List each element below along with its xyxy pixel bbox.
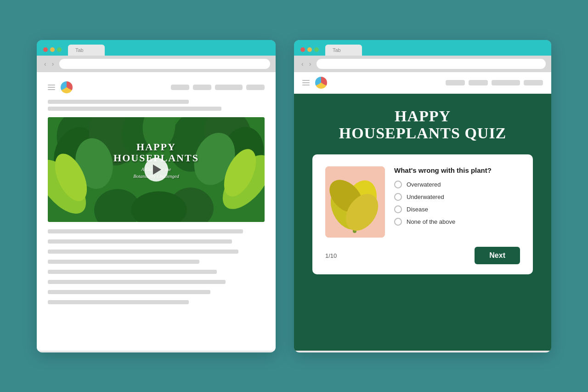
right-titlebar: Tab — [294, 40, 551, 56]
back-button[interactable]: ‹ — [42, 59, 48, 68]
traffic-light-green — [57, 47, 62, 52]
bottom-text-lines — [48, 229, 265, 307]
right-nav-placeholder-items — [446, 80, 543, 85]
right-address-bar[interactable] — [317, 59, 546, 69]
quiz-options-list: Overwatered Underwatered Disease — [394, 181, 520, 226]
bottom-line-2 — [48, 239, 232, 244]
plant-image — [325, 166, 385, 238]
play-button[interactable] — [144, 158, 168, 182]
left-titlebar: Tab — [37, 40, 276, 56]
quiz-option-1[interactable]: Overwatered — [394, 181, 520, 188]
site-navbar — [48, 81, 265, 93]
nav-item-2 — [193, 85, 211, 90]
play-icon — [153, 165, 161, 175]
quiz-option-3[interactable]: Disease — [394, 205, 520, 213]
text-line-2 — [48, 107, 221, 111]
left-browser-chrome: Tab ‹ › — [37, 40, 276, 72]
radio-4[interactable] — [394, 218, 402, 226]
nav-item-3 — [215, 85, 243, 90]
radio-1[interactable] — [394, 181, 402, 188]
left-browser-content: HAPPYHOUSEPLANTS A Guide for theBotanica… — [37, 72, 276, 351]
right-traffic-light-green — [314, 47, 319, 52]
right-toolbar: ‹ › — [294, 56, 551, 72]
browser-tab[interactable]: Tab — [68, 45, 105, 56]
left-address-bar[interactable] — [59, 59, 270, 69]
right-forward-button[interactable]: › — [307, 59, 313, 68]
quiz-title: HAPPY HOUSEPLANTS QUIZ — [339, 108, 507, 142]
quiz-footer: 1/10 Next — [325, 247, 520, 264]
traffic-light-red — [43, 47, 48, 52]
quiz-option-2[interactable]: Underwatered — [394, 193, 520, 201]
option-label-1: Overwatered — [407, 181, 441, 188]
bottom-line-6 — [48, 280, 226, 284]
right-browser-window: Tab ‹ › HAPPY — [294, 40, 551, 352]
option-label-2: Underwatered — [407, 193, 444, 200]
site-logo — [61, 81, 73, 93]
video-thumbnail[interactable]: HAPPYHOUSEPLANTS A Guide for theBotanica… — [48, 117, 265, 222]
right-nav-item-1 — [446, 80, 465, 85]
right-traffic-lights — [300, 47, 319, 52]
left-toolbar: ‹ › — [37, 56, 276, 72]
bottom-line-1 — [48, 229, 243, 233]
traffic-light-yellow — [50, 47, 55, 52]
option-label-3: Disease — [407, 206, 428, 213]
right-traffic-light-red — [300, 47, 305, 52]
radio-2[interactable] — [394, 193, 402, 201]
quiz-option-4[interactable]: None of the above — [394, 218, 520, 226]
nav-item-4 — [246, 85, 265, 90]
quiz-card: What's wrong with this plant? Overwatere… — [312, 154, 533, 274]
right-nav-item-2 — [469, 80, 488, 85]
right-nav-item-3 — [492, 80, 520, 85]
radio-3[interactable] — [394, 205, 402, 213]
right-site-navbar — [294, 72, 551, 94]
right-hamburger-icon[interactable] — [302, 80, 310, 85]
right-nav-item-4 — [524, 80, 543, 85]
top-text-lines — [48, 100, 265, 111]
right-browser-tab[interactable]: Tab — [325, 45, 362, 56]
traffic-lights — [43, 47, 62, 52]
quiz-card-inner: What's wrong with this plant? Overwatere… — [325, 166, 520, 238]
bottom-line-5 — [48, 270, 217, 274]
right-browser-content: HAPPY HOUSEPLANTS QUIZ — [294, 72, 551, 351]
right-nav-buttons: ‹ › — [300, 59, 313, 68]
plant-illustration — [325, 166, 385, 238]
right-traffic-light-yellow — [307, 47, 312, 52]
next-button[interactable]: Next — [475, 247, 520, 264]
nav-placeholder-items — [171, 85, 265, 90]
hamburger-icon[interactable] — [48, 85, 55, 90]
quiz-section: HAPPY HOUSEPLANTS QUIZ — [294, 94, 551, 351]
bottom-line-3 — [48, 250, 238, 254]
quiz-question-text: What's wrong with this plant? — [394, 166, 520, 174]
bottom-line-8 — [48, 300, 189, 304]
text-line-1 — [48, 100, 189, 104]
bottom-line-7 — [48, 290, 210, 294]
option-label-4: None of the above — [407, 218, 455, 225]
left-browser-window: Tab ‹ › — [37, 40, 276, 352]
nav-buttons: ‹ › — [42, 59, 56, 68]
quiz-question-section: What's wrong with this plant? Overwatere… — [394, 166, 520, 226]
right-back-button[interactable]: ‹ — [300, 59, 305, 68]
nav-item-1 — [171, 85, 189, 90]
forward-button[interactable]: › — [50, 59, 56, 68]
quiz-progress: 1/10 — [325, 252, 337, 259]
right-site-logo — [315, 77, 327, 89]
bottom-line-4 — [48, 260, 199, 264]
left-page-inner: HAPPYHOUSEPLANTS A Guide for theBotanica… — [37, 72, 276, 316]
right-browser-chrome: Tab ‹ › — [294, 40, 551, 72]
